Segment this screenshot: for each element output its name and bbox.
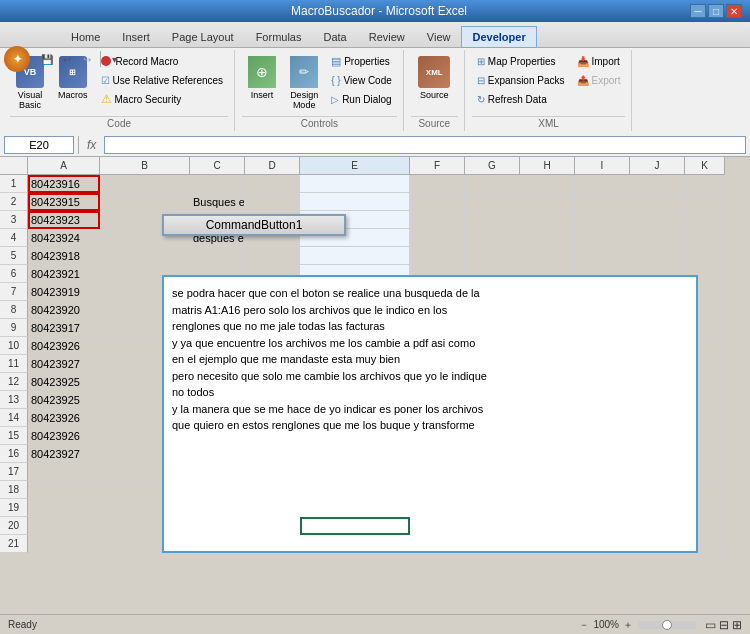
formula-input[interactable] (104, 136, 746, 154)
cell[interactable] (465, 193, 520, 211)
import-button[interactable]: 📥 Import (572, 52, 626, 70)
tab-developer[interactable]: Developer (461, 26, 536, 48)
row-header[interactable]: 9 (0, 319, 28, 337)
expansion-packs-button[interactable]: ⊟ Expansion Packs (472, 71, 570, 89)
cell[interactable]: 80423917 (28, 319, 100, 337)
office-button[interactable]: ✦ (4, 46, 30, 72)
text-box[interactable]: se podra hacer que con el boton se reali… (162, 275, 698, 553)
view-code-button[interactable]: { } View Code (326, 71, 397, 89)
cell[interactable] (245, 247, 300, 265)
col-header-j[interactable]: J (630, 157, 685, 175)
cell[interactable] (630, 193, 685, 211)
source-button[interactable]: XML Source (412, 52, 456, 104)
refresh-data-button[interactable]: ↻ Refresh Data (472, 90, 570, 108)
tab-formulas[interactable]: Formulas (245, 25, 313, 47)
cell[interactable] (575, 211, 630, 229)
row-header[interactable]: 20 (0, 517, 28, 535)
zoom-out-button[interactable]: － (579, 618, 589, 632)
cell[interactable] (410, 211, 465, 229)
cell[interactable]: Busques este numero (190, 193, 245, 211)
normal-view-button[interactable]: ▭ (705, 618, 716, 632)
cell[interactable] (685, 229, 725, 247)
cell[interactable] (575, 193, 630, 211)
cell[interactable] (520, 229, 575, 247)
cell[interactable] (28, 517, 100, 535)
cell[interactable] (28, 535, 100, 553)
page-layout-view-button[interactable]: ⊟ (719, 618, 729, 632)
design-mode-button[interactable]: ✏ DesignMode (284, 52, 324, 114)
cell[interactable] (410, 193, 465, 211)
close-button[interactable]: ✕ (726, 4, 742, 18)
cell[interactable] (520, 193, 575, 211)
cell[interactable] (520, 211, 575, 229)
row-header[interactable]: 17 (0, 463, 28, 481)
zoom-in-button[interactable]: ＋ (623, 618, 633, 632)
col-header-k[interactable]: K (685, 157, 725, 175)
cell[interactable]: 80423927 (28, 445, 100, 463)
cell[interactable]: 80423924 (28, 229, 100, 247)
run-dialog-button[interactable]: ▷ Run Dialog (326, 90, 397, 108)
minimize-button[interactable]: ─ (690, 4, 706, 18)
row-header[interactable]: 21 (0, 535, 28, 553)
name-box[interactable] (4, 136, 74, 154)
cell[interactable]: 80423920 (28, 301, 100, 319)
col-header-c[interactable]: C (190, 157, 245, 175)
row-header[interactable]: 2 (0, 193, 28, 211)
cell[interactable] (685, 175, 725, 193)
cell[interactable] (575, 175, 630, 193)
row-header[interactable]: 15 (0, 427, 28, 445)
row-header[interactable]: 19 (0, 499, 28, 517)
maximize-button[interactable]: □ (708, 4, 724, 18)
qat-dropdown-button[interactable]: ▾ (105, 50, 123, 68)
zoom-thumb[interactable] (662, 620, 672, 630)
cell[interactable] (190, 175, 245, 193)
row-header[interactable]: 18 (0, 481, 28, 499)
cell[interactable] (245, 175, 300, 193)
col-header-g[interactable]: G (465, 157, 520, 175)
cell[interactable]: 80423923 (28, 211, 100, 229)
save-qat-button[interactable]: 💾 (38, 50, 56, 68)
cell[interactable]: 80423926 (28, 427, 100, 445)
cell[interactable] (630, 211, 685, 229)
row-header[interactable]: 11 (0, 355, 28, 373)
col-header-e[interactable]: E (300, 157, 410, 175)
cell[interactable]: 80423926 (28, 337, 100, 355)
cell[interactable] (630, 229, 685, 247)
command-button[interactable]: CommandButton1 (162, 214, 346, 236)
use-relative-references-button[interactable]: ☑ Use Relative References (96, 71, 229, 89)
undo-qat-button[interactable]: ↩ (58, 50, 76, 68)
col-header-f[interactable]: F (410, 157, 465, 175)
col-header-a[interactable]: A (28, 157, 100, 175)
row-header[interactable]: 12 (0, 373, 28, 391)
cell[interactable] (300, 175, 410, 193)
tab-review[interactable]: Review (358, 25, 416, 47)
insert-button[interactable]: ⊕ Insert (242, 52, 282, 104)
row-header[interactable]: 5 (0, 247, 28, 265)
macro-security-button[interactable]: ⚠ Macro Security (96, 90, 229, 108)
cell[interactable] (410, 247, 465, 265)
row-header[interactable]: 3 (0, 211, 28, 229)
cell[interactable] (685, 193, 725, 211)
cell[interactable] (465, 229, 520, 247)
tab-data[interactable]: Data (312, 25, 357, 47)
cell[interactable] (465, 175, 520, 193)
cell[interactable]: 80423927 (28, 355, 100, 373)
cell[interactable]: 80423919 (28, 283, 100, 301)
cell[interactable]: 80423915 (28, 193, 100, 211)
cell[interactable]: 80423916 (28, 175, 100, 193)
map-properties-button[interactable]: ⊞ Map Properties (472, 52, 570, 70)
row-header[interactable]: 1 (0, 175, 28, 193)
row-header[interactable]: 8 (0, 301, 28, 319)
page-break-view-button[interactable]: ⊞ (732, 618, 742, 632)
cell[interactable] (465, 247, 520, 265)
col-header-h[interactable]: H (520, 157, 575, 175)
row-header[interactable]: 16 (0, 445, 28, 463)
tab-view[interactable]: View (416, 25, 462, 47)
cell[interactable] (300, 193, 410, 211)
cell[interactable] (575, 247, 630, 265)
row-header[interactable]: 4 (0, 229, 28, 247)
cell[interactable] (685, 211, 725, 229)
cell[interactable] (465, 211, 520, 229)
row-header[interactable]: 13 (0, 391, 28, 409)
cell[interactable] (410, 229, 465, 247)
